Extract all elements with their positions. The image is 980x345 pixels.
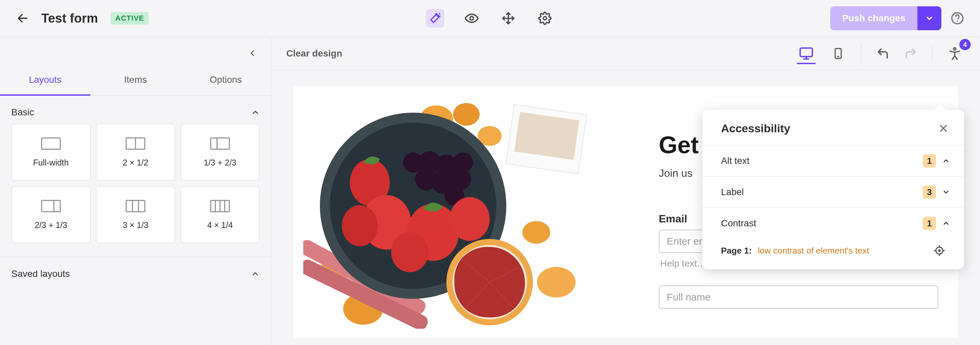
- a11y-issue-page: Page 1:: [721, 245, 752, 256]
- app-header: Test form ACTIVE Push changes: [0, 0, 980, 37]
- header-right: Push changes: [830, 6, 967, 30]
- chevron-down-icon: [942, 188, 950, 196]
- svg-point-29: [453, 103, 480, 126]
- a11y-row-contrast[interactable]: Contrast 1: [702, 207, 964, 239]
- layout-thirds-icon: [126, 200, 145, 212]
- layout-label: 4 × 1/4: [207, 220, 233, 230]
- clear-design-button[interactable]: Clear design: [286, 48, 342, 59]
- layout-label: Full-width: [33, 158, 69, 168]
- svg-rect-7: [41, 138, 60, 149]
- svg-point-46: [453, 153, 473, 172]
- svg-point-4: [543, 17, 547, 20]
- canvas-image-column[interactable]: [293, 86, 648, 338]
- left-sidebar: Layouts Items Options Basic Full-width 2…: [0, 37, 272, 345]
- svg-point-53: [450, 197, 490, 241]
- svg-rect-14: [126, 200, 145, 212]
- a11y-issue-row[interactable]: Page 1: low contrast of element's text: [702, 239, 964, 256]
- accessibility-icon: [948, 46, 962, 60]
- chevron-up-icon: [942, 219, 950, 227]
- tab-layouts[interactable]: Layouts: [0, 68, 90, 96]
- layout-label: 1/3 + 2/3: [204, 158, 236, 168]
- redo-icon: [904, 47, 918, 60]
- layout-3x13[interactable]: 3 × 1/3: [96, 186, 175, 243]
- a11y-row-label: Contrast: [721, 218, 756, 229]
- fullname-input[interactable]: [659, 285, 939, 309]
- accessibility-count-badge: 4: [959, 39, 971, 50]
- a11y-row-label: Label: [721, 187, 744, 198]
- chevron-left-icon: [248, 49, 257, 58]
- layout-4x14[interactable]: 4 × 1/4: [180, 186, 259, 243]
- svg-point-52: [342, 205, 378, 246]
- a11y-row-label[interactable]: Label 3: [702, 176, 964, 207]
- svg-rect-10: [211, 138, 229, 149]
- section-basic-header[interactable]: Basic: [11, 104, 259, 123]
- svg-point-47: [403, 153, 423, 172]
- layout-full-width[interactable]: Full-width: [11, 123, 91, 181]
- accessibility-header: Accessibility: [702, 110, 964, 145]
- accessibility-panel: Accessibility Alt text 1 Label 3: [702, 110, 964, 269]
- svg-point-1: [470, 17, 474, 20]
- svg-point-54: [391, 232, 428, 272]
- accessibility-button[interactable]: 4: [944, 43, 966, 64]
- chevron-up-icon: [942, 157, 950, 165]
- canvas-toolbar-right: 4: [797, 43, 966, 64]
- redo-button[interactable]: [903, 46, 919, 62]
- help-button[interactable]: [948, 9, 967, 28]
- layout-13-23[interactable]: 1/3 + 2/3: [180, 123, 259, 181]
- accessibility-close-button[interactable]: [936, 121, 951, 136]
- device-mobile-button[interactable]: [829, 43, 848, 64]
- layout-label: 2/3 + 1/3: [35, 220, 67, 230]
- close-icon: [939, 123, 948, 133]
- accessibility-title: Accessibility: [721, 122, 790, 135]
- section-saved-header[interactable]: Saved layouts: [11, 266, 259, 285]
- layout-half-icon: [126, 137, 145, 150]
- undo-icon: [876, 47, 889, 60]
- svg-rect-21: [800, 48, 813, 57]
- page-title: Test form: [41, 11, 98, 25]
- push-changes-group: Push changes: [830, 6, 941, 30]
- tab-items[interactable]: Items: [90, 68, 180, 95]
- preview-button[interactable]: [462, 9, 481, 28]
- layout-23-13-icon: [41, 200, 61, 212]
- svg-rect-36: [514, 112, 579, 160]
- section-basic: Basic Full-width 2 × 1/2 1/3 + 2/3: [0, 96, 271, 252]
- arrow-left-icon: [16, 12, 29, 25]
- layout-quarters-icon: [210, 200, 230, 212]
- a11y-row-alt-text[interactable]: Alt text 1: [702, 145, 964, 176]
- section-basic-title: Basic: [11, 107, 34, 118]
- settings-button[interactable]: [536, 9, 554, 28]
- magic-tool-button[interactable]: [426, 9, 444, 28]
- chevron-up-icon: [251, 269, 259, 278]
- preview-image: [303, 96, 638, 329]
- header-center-tools: [426, 9, 554, 28]
- a11y-issue-message: low contrast of element's text: [758, 245, 928, 256]
- header-left: Test form ACTIVE: [13, 9, 149, 28]
- layout-23-13[interactable]: 2/3 + 1/3: [11, 186, 91, 243]
- mobile-icon: [832, 46, 844, 61]
- layout-label: 2 × 1/2: [123, 158, 148, 168]
- locate-issue-button[interactable]: [934, 245, 945, 256]
- device-group: [797, 43, 861, 64]
- back-button[interactable]: [13, 9, 32, 28]
- push-changes-dropdown[interactable]: [918, 6, 941, 30]
- status-badge: ACTIVE: [110, 12, 149, 25]
- layout-13-23-icon: [210, 137, 230, 150]
- collapse-sidebar-button[interactable]: [246, 46, 259, 60]
- target-icon: [934, 245, 945, 256]
- layout-grid: Full-width 2 × 1/2 1/3 + 2/3 2/3 + 1/3 3…: [11, 123, 259, 243]
- canvas-toolbar: Clear design: [272, 37, 980, 70]
- desktop-icon: [799, 46, 813, 61]
- device-desktop-button[interactable]: [797, 43, 816, 64]
- svg-point-45: [415, 168, 438, 190]
- layout-2x12[interactable]: 2 × 1/2: [96, 123, 175, 181]
- section-saved-title: Saved layouts: [11, 269, 70, 279]
- layout-full-icon: [41, 137, 61, 150]
- push-changes-button[interactable]: Push changes: [830, 6, 918, 30]
- move-tool-button[interactable]: [499, 9, 518, 28]
- a11y-count-badge: 1: [923, 217, 936, 230]
- undo-button[interactable]: [875, 46, 891, 62]
- svg-rect-12: [41, 200, 60, 212]
- svg-point-33: [537, 267, 576, 298]
- tab-options[interactable]: Options: [181, 68, 271, 95]
- section-saved: Saved layouts: [0, 256, 271, 294]
